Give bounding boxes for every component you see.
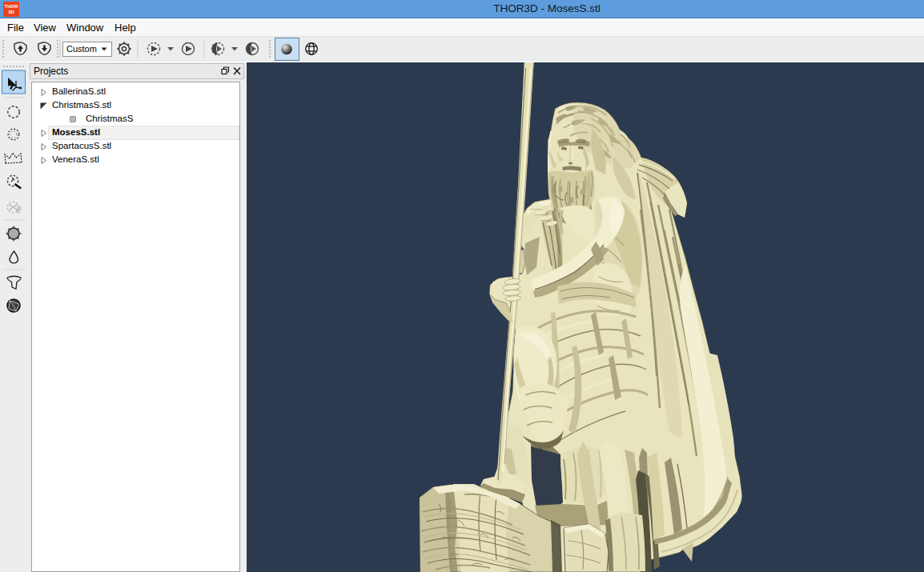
svg-text:Custom: Custom — [66, 44, 97, 54]
